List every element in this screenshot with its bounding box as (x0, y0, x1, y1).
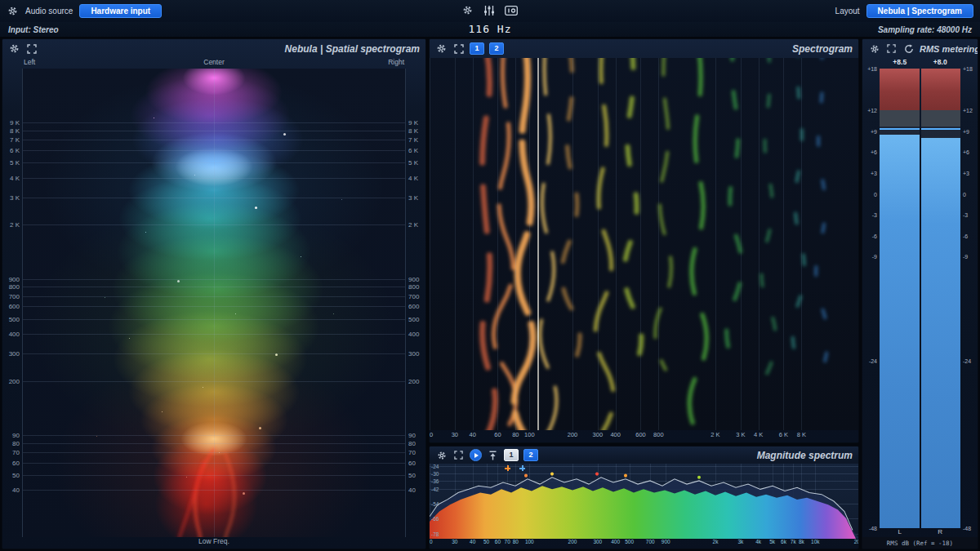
freq-gridline (23, 334, 405, 335)
spatial-fullscreen-icon[interactable] (25, 42, 38, 55)
rms-reset-icon[interactable] (902, 42, 915, 55)
freq-gridline (455, 58, 456, 430)
spatial-gear-icon[interactable] (8, 42, 20, 55)
audio-settings-gear-icon[interactable] (461, 4, 474, 16)
rms-meter-right (921, 69, 961, 528)
magnitude-view-1-button[interactable]: 1 (504, 449, 519, 461)
freq-tick-label: 10k (811, 539, 819, 544)
freq-gridline (715, 58, 716, 430)
freq-gridline (783, 58, 784, 430)
freq-tick-label: 100 (525, 539, 534, 544)
spectrogram-panel-title: Spectrogram (792, 43, 853, 55)
freq-tick-label: 2 K (408, 221, 418, 229)
db-tick-label: -24 (431, 464, 439, 469)
freq-gridline (741, 58, 742, 430)
freq-gridline (23, 381, 405, 382)
freq-tick-label: 500 (9, 315, 20, 322)
spectrogram-display[interactable] (430, 58, 858, 430)
freq-tick-label: 5 K (408, 159, 418, 167)
magnitude-gear-icon[interactable] (435, 449, 448, 461)
magnitude-play-button[interactable] (470, 449, 482, 461)
magnitude-view-2-button[interactable]: 2 (523, 449, 538, 461)
db-tick-label: -36 (431, 478, 439, 484)
meter-headroom-zone (880, 110, 920, 127)
db-tick-label: -30 (431, 471, 439, 477)
meter-level-fill (921, 138, 961, 528)
db-tick-label: +9 (963, 128, 969, 134)
freq-tick-label: 300 (408, 349, 419, 357)
freq-tick-label: 7k (791, 539, 796, 544)
freq-gridline (23, 353, 405, 354)
freq-tick-label: 2 K (10, 221, 20, 229)
peak-hold-icon[interactable] (487, 449, 499, 461)
freq-tick-label: 800 (9, 283, 20, 291)
freq-tick-label: 7 K (408, 136, 418, 144)
freq-gridline (23, 178, 405, 179)
io-routing-icon[interactable] (504, 4, 519, 16)
layout-controls: Layout Nebula | Spectrogram (835, 4, 973, 18)
freq-gridline (497, 58, 498, 430)
freq-tick-label: 8 K (10, 127, 20, 135)
freq-gridline (473, 58, 474, 430)
mixer-sliders-icon[interactable] (483, 4, 495, 16)
freq-tick-label: 50 (408, 471, 416, 478)
rms-fullscreen-icon[interactable] (885, 42, 898, 55)
freq-gridline (23, 319, 405, 320)
db-tick-label: +12 (867, 108, 877, 113)
spectrogram-fullscreen-icon[interactable] (452, 42, 465, 55)
freq-tick-label: 800 (653, 431, 664, 438)
db-tick-label: 0 (874, 191, 877, 197)
freq-gridline (23, 306, 405, 307)
db-tick-label: -42 (431, 486, 439, 491)
freq-tick-label: 40 (470, 539, 475, 544)
spectrogram-gear-icon[interactable] (435, 42, 448, 55)
db-tick-label: +18 (867, 66, 877, 72)
db-tick-label: -9 (872, 254, 877, 260)
freq-tick-label: 6k (781, 539, 786, 544)
center-gridline (214, 69, 215, 537)
rms-scale-left: +18+12+9+6+30-3-6-9-24-48 (863, 69, 880, 528)
rms-left-value: +8.5 (880, 58, 920, 69)
top-toolbar: Audio source Hardware input Layout Nebul… (0, 0, 980, 22)
db-tick-label: -54 (431, 501, 439, 507)
spectrogram-view-2-button[interactable]: 2 (489, 42, 504, 55)
rms-peak-values: +8.5 +8.0 (862, 58, 978, 69)
freq-tick-label: 900 (9, 275, 20, 282)
spatial-nebula-display[interactable] (22, 69, 406, 537)
freq-gridline (23, 287, 405, 287)
layout-preset-button[interactable]: Nebula | Spectrogram (866, 4, 973, 18)
spatial-plot-area[interactable]: 9 K8 K7 K6 K5 K4 K3 K2 K9008007006005004… (4, 69, 424, 537)
channel-1-marker-icon[interactable] (505, 465, 510, 471)
magnitude-panel-header: 1 2 Magnitude spectrum (430, 447, 858, 464)
low-freq-label: Low Freq. (2, 537, 425, 549)
settings-gear-icon[interactable] (7, 5, 19, 17)
freq-tick-label: 6 K (10, 147, 20, 154)
rms-panel-header: RMS metering (862, 39, 978, 58)
hardware-input-button[interactable]: Hardware input (79, 4, 162, 18)
rms-right-value: +8.0 (920, 58, 961, 69)
freq-tick-label: 7 K (10, 136, 20, 144)
freq-tick-label: 800 (408, 283, 419, 291)
freq-tick-label: 600 (9, 303, 20, 310)
freq-gridline (23, 198, 405, 198)
meter-over-zone (921, 69, 961, 110)
freq-tick-label: 60 (12, 459, 20, 466)
magnitude-curve (430, 464, 858, 539)
meter-peak-line (921, 128, 961, 130)
db-tick-label: -48 (963, 526, 971, 531)
magnitude-freq-axis: 203040506070801002003004005007009002k3k4… (430, 539, 858, 549)
freq-tick-label: 90 (12, 432, 20, 439)
magnitude-fullscreen-icon[interactable] (452, 449, 465, 461)
freq-gridline (23, 443, 405, 444)
freq-tick-label: 3 K (10, 193, 20, 201)
rms-gear-icon[interactable] (868, 42, 880, 55)
magnitude-display[interactable]: -24-30-36-42-54-66-78 (430, 464, 858, 539)
freq-tick-label: 5k (769, 539, 775, 544)
audio-source-label: Audio source (25, 7, 73, 16)
freq-tick-label: 300 (593, 431, 604, 438)
spectrogram-view-1-button[interactable]: 1 (470, 42, 484, 55)
freq-tick-label: 9 K (408, 119, 418, 127)
channel-2-marker-icon[interactable] (519, 465, 525, 471)
freq-tick-label: 3 K (408, 193, 418, 201)
status-bar: Input: Stereo 116 Hz Sampling rate: 4800… (0, 22, 980, 37)
